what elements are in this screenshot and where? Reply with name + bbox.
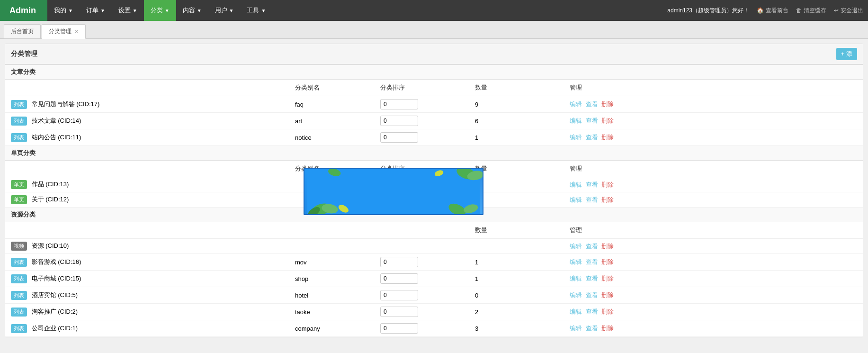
edit-link-2-3[interactable]: 编辑	[570, 291, 582, 299]
section-single-page: 单页分类	[5, 146, 863, 161]
cat-order-2-1[interactable]	[375, 254, 469, 271]
clear-cache-link[interactable]: 🗑 清空缓存	[796, 7, 826, 15]
view-link-0-0[interactable]: 查看	[586, 100, 598, 108]
cat-alias-0-2: notice	[289, 129, 375, 146]
del-link-2-0[interactable]: 删除	[601, 243, 614, 250]
cat-order-2-3[interactable]	[375, 287, 469, 304]
cat-actions-0-0: 编辑 查看 删除	[564, 96, 863, 113]
order-input-2-4[interactable]	[380, 307, 418, 317]
nav-content[interactable]: 内容 ▼	[176, 0, 208, 21]
del-link-0-1[interactable]: 删除	[601, 117, 614, 124]
order-input-0-1[interactable]	[380, 116, 418, 126]
cat-actions-2-1: 编辑 查看 删除	[564, 254, 863, 271]
del-link-2-3[interactable]: 删除	[601, 291, 614, 299]
badge-video: 视频	[11, 242, 27, 251]
order-input-2-2[interactable]	[380, 273, 418, 284]
brand-logo: Admin	[0, 0, 47, 21]
view-link-2-3[interactable]: 查看	[586, 291, 598, 299]
cat-actions-2-4: 编辑 查看 删除	[564, 304, 863, 320]
nav-content-arrow: ▼	[197, 8, 202, 13]
view-link-0-1[interactable]: 查看	[586, 117, 598, 124]
nav-category-arrow: ▼	[165, 8, 170, 13]
badge-page: 单页	[11, 195, 27, 204]
table-header-resource: 数量 管理	[5, 222, 863, 239]
table-row: 列表 常见问题与解答 (CID:17) faq 9 编辑 查看 删除	[5, 96, 863, 113]
del-link-0-0[interactable]: 删除	[601, 100, 614, 108]
order-input-2-1[interactable]	[380, 257, 418, 267]
del-link-2-4[interactable]: 删除	[601, 308, 614, 315]
floating-overlay-image	[304, 168, 483, 215]
cat-order-2-4[interactable]	[375, 304, 469, 320]
tab-bar: 后台首页 分类管理 ✕	[0, 21, 868, 39]
edit-link-2-2[interactable]: 编辑	[570, 275, 582, 282]
view-link-2-1[interactable]: 查看	[586, 258, 598, 265]
logout-icon: ↩	[834, 7, 839, 14]
order-input-2-5[interactable]	[380, 323, 418, 334]
nav-order[interactable]: 订单 ▼	[80, 0, 112, 21]
view-link-0-2[interactable]: 查看	[586, 134, 598, 141]
section-single-page-label: 单页分类	[5, 146, 863, 161]
badge-list: 列表	[11, 258, 27, 267]
cat-order-0-2[interactable]	[375, 129, 469, 146]
table-row: 列表 公司企业 (CID:1) company 3 编辑 查看 删除	[5, 320, 863, 337]
del-link-2-1[interactable]: 删除	[601, 258, 614, 265]
col-header-count2: 数量	[469, 161, 564, 177]
cat-count-0-1: 6	[469, 113, 564, 129]
cat-order-2-2[interactable]	[375, 271, 469, 287]
right-section: admin123（超级管理员）您好！ 🏠 查看前台 🗑 清空缓存 ↩ 安全退出	[662, 0, 868, 21]
tab-home[interactable]: 后台首页	[4, 24, 41, 38]
tab-cat-manage-close[interactable]: ✕	[74, 28, 79, 35]
col-header-order: 分类排序	[375, 80, 469, 96]
del-link-2-2[interactable]: 删除	[601, 275, 614, 282]
view-link-2-2[interactable]: 查看	[586, 275, 598, 282]
table-header-article: 分类别名 分类排序 数量 管理	[5, 80, 863, 96]
nav-settings[interactable]: 设置 ▼	[112, 0, 144, 21]
table-row: 列表 电子商城 (CID:15) shop 1 编辑 查看 删除	[5, 271, 863, 287]
edit-link-2-1[interactable]: 编辑	[570, 258, 582, 265]
cat-order-0-1[interactable]	[375, 113, 469, 129]
main-content: 分类管理 + 添 文章分类 分类别名 分类排序 数量 管理 列表	[0, 39, 868, 353]
col-header-alias: 分类别名	[289, 80, 375, 96]
nav-mine-arrow: ▼	[68, 8, 73, 13]
edit-link-0-0[interactable]: 编辑	[570, 100, 582, 108]
nav-tools[interactable]: 工具 ▼	[240, 0, 272, 21]
edit-link-1-0[interactable]: 编辑	[570, 181, 582, 188]
view-link-2-4[interactable]: 查看	[586, 308, 598, 315]
order-input-2-3[interactable]	[380, 290, 418, 300]
col-header-manage3: 管理	[564, 222, 863, 239]
view-link-2-5[interactable]: 查看	[586, 325, 598, 332]
logout-link[interactable]: ↩ 安全退出	[834, 7, 863, 15]
view-link-1-1[interactable]: 查看	[586, 196, 598, 203]
edit-link-1-1[interactable]: 编辑	[570, 196, 582, 203]
badge-list: 列表	[11, 274, 27, 283]
nav-user[interactable]: 用户 ▼	[208, 0, 241, 21]
cat-count-1-1	[469, 192, 564, 208]
edit-link-0-2[interactable]: 编辑	[570, 134, 582, 141]
del-link-1-0[interactable]: 删除	[601, 181, 614, 188]
view-link-2-0[interactable]: 查看	[586, 243, 598, 250]
add-category-button[interactable]: + 添	[836, 48, 857, 60]
del-link-0-2[interactable]: 删除	[601, 134, 614, 141]
nav-mine[interactable]: 我的 ▼	[47, 0, 80, 21]
del-link-2-5[interactable]: 删除	[601, 325, 614, 332]
edit-link-2-0[interactable]: 编辑	[570, 243, 582, 250]
cat-count-2-5: 3	[469, 320, 564, 337]
nav-category[interactable]: 分类 ▼	[144, 0, 176, 21]
order-input-0-2[interactable]	[380, 132, 418, 143]
cat-count-2-3: 0	[469, 287, 564, 304]
edit-link-2-4[interactable]: 编辑	[570, 308, 582, 315]
cat-order-2-5[interactable]	[375, 320, 469, 337]
tab-cat-manage[interactable]: 分类管理 ✕	[42, 24, 86, 39]
view-link-1-0[interactable]: 查看	[586, 181, 598, 188]
edit-link-0-1[interactable]: 编辑	[570, 117, 582, 124]
view-front-link[interactable]: 🏠 查看前台	[757, 7, 788, 15]
order-input-0-0[interactable]	[380, 99, 418, 109]
del-link-1-1[interactable]: 删除	[601, 196, 614, 203]
cat-order-0-0[interactable]	[375, 96, 469, 113]
col-header-count: 数量	[469, 80, 564, 96]
section-article-label: 文章分类	[5, 65, 863, 80]
cat-count-2-1: 1	[469, 254, 564, 271]
edit-link-2-5[interactable]: 编辑	[570, 325, 582, 332]
badge-list: 列表	[11, 291, 27, 300]
table-row: 列表 酒店宾馆 (CID:5) hotel 0 编辑 查看 删除	[5, 287, 863, 304]
